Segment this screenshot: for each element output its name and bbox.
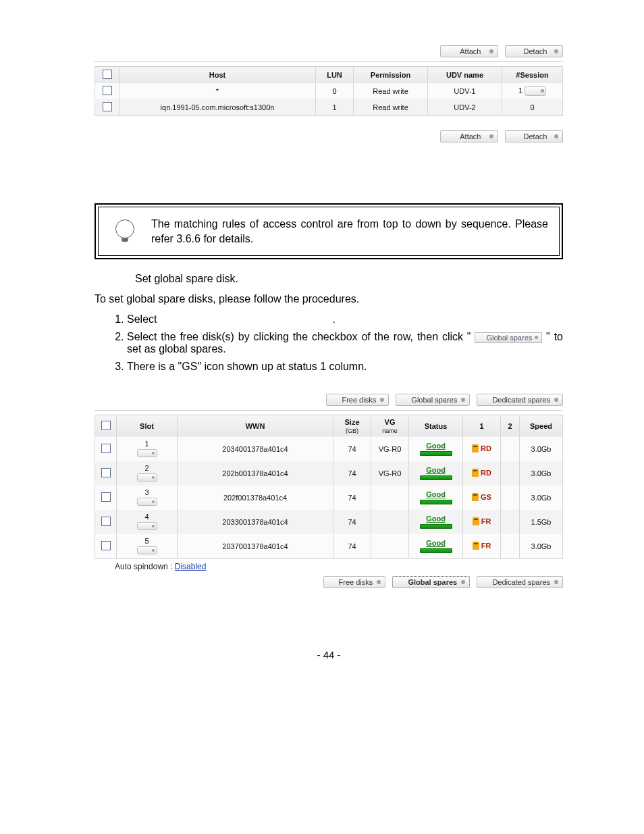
- dropdown-icon: [554, 134, 558, 138]
- global-spares-button[interactable]: Global spares: [396, 394, 470, 406]
- lightbulb-icon: [101, 210, 149, 240]
- dropdown-icon: [380, 398, 384, 402]
- free-disks-button[interactable]: Free disks: [323, 576, 386, 588]
- host-table: Host LUN Permission UDV name #Session * …: [95, 66, 563, 116]
- drive-icon: [473, 542, 479, 550]
- dropdown-icon: [489, 134, 493, 138]
- dropdown-icon: [489, 49, 493, 53]
- slot-menu-button[interactable]: [137, 546, 157, 554]
- spindown-link[interactable]: Disabled: [175, 562, 207, 571]
- col-host: Host: [119, 67, 316, 84]
- top-button-row-2: Attach Detach: [95, 130, 563, 142]
- row-checkbox[interactable]: [101, 492, 111, 502]
- detach-button[interactable]: Detach: [505, 45, 563, 57]
- global-spares-button[interactable]: Global spares: [392, 576, 470, 588]
- table-row: 42033001378a401c474GoodFR1.5Gb: [95, 510, 563, 534]
- table-row: * 0 Read write UDV-1 1: [95, 83, 563, 99]
- select-all-checkbox[interactable]: [101, 421, 111, 430]
- dedicated-spares-button[interactable]: Dedicated spares: [477, 394, 563, 406]
- status-badge: FR: [473, 517, 491, 525]
- status-good: Good: [426, 490, 446, 498]
- col-1: 1: [463, 415, 501, 437]
- auto-spindown: Auto spindown : Disabled: [115, 562, 563, 571]
- status-bar-icon: [420, 548, 452, 553]
- dropdown-icon: [461, 580, 465, 584]
- list-item: Select.: [127, 313, 563, 325]
- slot-menu-button[interactable]: [137, 449, 157, 457]
- table-row: 12034001378a401c474VG-R0GoodRD3.0Gb: [95, 437, 563, 461]
- step-heading: Set global spare disk.: [135, 273, 563, 285]
- status-good: Good: [426, 442, 446, 450]
- detach-button[interactable]: Detach: [505, 130, 563, 142]
- list-item: There is a "GS" icon shown up at status …: [127, 361, 563, 373]
- tips-text: The matching rules of access control are…: [149, 210, 556, 253]
- dropdown-icon: [535, 336, 538, 339]
- select-all-checkbox[interactable]: [103, 70, 112, 79]
- list-item: Select the free disk(s) by clicking the …: [127, 331, 563, 355]
- page-number: - 44 -: [95, 649, 563, 660]
- divider: [95, 61, 563, 62]
- col-session: #Session: [502, 67, 563, 84]
- attach-button[interactable]: Attach: [440, 130, 498, 142]
- row-checkbox[interactable]: [101, 444, 111, 453]
- status-badge: RD: [472, 444, 491, 452]
- drive-icon: [472, 469, 479, 477]
- col-wwn: WWN: [178, 415, 333, 437]
- col-permission: Permission: [354, 67, 428, 84]
- col-lun: LUN: [316, 67, 354, 84]
- status-good: Good: [426, 515, 446, 523]
- status-badge: RD: [472, 469, 491, 477]
- row-checkbox[interactable]: [101, 541, 111, 550]
- row-checkbox[interactable]: [103, 86, 112, 95]
- status-badge: FR: [473, 542, 491, 550]
- status-bar-icon: [420, 524, 452, 529]
- disk-table: Slot WWN Size(GB) VGname Status 1 2 Spee…: [95, 415, 563, 559]
- table-row: 52037001378a401c474GoodFR3.0Gb: [95, 534, 563, 559]
- row-checkbox[interactable]: [101, 468, 111, 477]
- row-checkbox[interactable]: [103, 102, 112, 111]
- col-status: Status: [409, 415, 463, 437]
- col-vg: VGname: [371, 415, 409, 437]
- drive-icon: [473, 517, 479, 525]
- slot-menu-button[interactable]: [137, 498, 157, 506]
- dropdown-icon: [461, 398, 465, 402]
- col-2: 2: [501, 415, 520, 437]
- col-udv: UDV name: [428, 67, 502, 84]
- status-good: Good: [426, 466, 446, 474]
- dropdown-icon: [377, 580, 381, 584]
- col-slot: Slot: [117, 415, 178, 437]
- slot-menu-button[interactable]: [137, 473, 157, 481]
- status-good: Good: [426, 539, 446, 547]
- drive-icon: [472, 493, 479, 501]
- status-badge: GS: [472, 493, 491, 501]
- dropdown-icon: [554, 398, 558, 402]
- table-row: 2202b001378a401c474VG-R0GoodRD3.0Gb: [95, 461, 563, 486]
- free-disks-button[interactable]: Free disks: [326, 394, 389, 406]
- top-button-row-1: Attach Detach: [95, 45, 563, 57]
- global-spares-button[interactable]: Global spares: [475, 332, 542, 343]
- disk-button-row-bottom: Free disks Global spares Dedicated spare…: [95, 575, 563, 588]
- body-text: Set global spare disk. To set global spa…: [95, 273, 563, 373]
- table-row: iqn.1991-05.com.microsoft:s1300n 1 Read …: [95, 99, 563, 116]
- attach-button[interactable]: Attach: [440, 45, 498, 57]
- status-bar-icon: [420, 475, 452, 480]
- drive-icon: [472, 444, 479, 452]
- status-bar-icon: [420, 500, 452, 504]
- dropdown-icon: [554, 580, 558, 584]
- table-row: 3202f001378a401c474GoodGS3.0Gb: [95, 486, 563, 510]
- divider: [95, 410, 563, 411]
- intro-paragraph: To set global spare disks, please follow…: [95, 293, 563, 305]
- col-size: Size(GB): [333, 415, 371, 437]
- session-button[interactable]: [525, 86, 546, 96]
- status-bar-icon: [420, 451, 452, 456]
- row-checkbox[interactable]: [101, 517, 111, 526]
- slot-menu-button[interactable]: [137, 522, 157, 530]
- disk-button-row-top: Free disks Global spares Dedicated spare…: [95, 393, 563, 406]
- dedicated-spares-button[interactable]: Dedicated spares: [477, 576, 563, 588]
- col-speed: Speed: [520, 415, 563, 437]
- procedure-list: Select. Select the free disk(s) by click…: [95, 313, 563, 373]
- tips-box: The matching rules of access control are…: [95, 203, 563, 259]
- dropdown-icon: [554, 49, 558, 53]
